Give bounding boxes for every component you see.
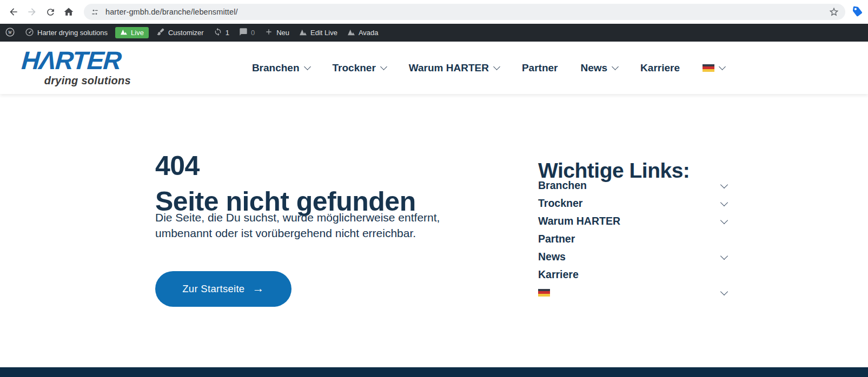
nav-label: Partner bbox=[522, 62, 558, 74]
nav-item-trockner[interactable]: Trockner bbox=[333, 62, 386, 74]
new-content-menu[interactable]: Neu bbox=[260, 24, 294, 42]
nav-item-language[interactable] bbox=[703, 64, 725, 72]
comment-bubble-icon bbox=[239, 28, 248, 38]
link-label: Trockner bbox=[538, 197, 582, 210]
edit-live-menu[interactable]: Edit Live bbox=[294, 24, 342, 42]
site-name-label: Harter drying solutions bbox=[37, 29, 108, 37]
nav-label: Trockner bbox=[333, 62, 376, 74]
bookmark-star-icon[interactable] bbox=[829, 6, 839, 17]
updates-menu[interactable]: 1 bbox=[209, 24, 234, 42]
main-nav: Branchen Trockner Warum HARTER Partner N… bbox=[252, 42, 725, 94]
nav-item-karriere[interactable]: Karriere bbox=[640, 62, 680, 74]
link-trockner[interactable]: Trockner bbox=[538, 194, 727, 212]
nav-item-partner[interactable]: Partner bbox=[522, 62, 558, 74]
chevron-down-icon[interactable] bbox=[720, 198, 728, 206]
forward-button[interactable] bbox=[23, 3, 41, 21]
link-label: News bbox=[538, 251, 566, 263]
cta-label: Zur Startseite bbox=[182, 283, 244, 295]
nav-item-news[interactable]: News bbox=[580, 62, 618, 74]
chevron-down-icon[interactable] bbox=[720, 216, 728, 224]
link-warum-harter[interactable]: Warum HARTER bbox=[538, 212, 727, 230]
nav-item-warum-harter[interactable]: Warum HARTER bbox=[409, 62, 499, 74]
edit-live-label: Edit Live bbox=[310, 29, 337, 37]
error-code: 404 bbox=[155, 148, 416, 184]
link-news[interactable]: News bbox=[538, 248, 727, 266]
avada-live-badge[interactable]: Live bbox=[115, 27, 149, 38]
home-icon bbox=[63, 6, 74, 17]
live-label: Live bbox=[131, 29, 144, 37]
avada-mountain-icon bbox=[347, 29, 355, 37]
wp-admin-bar: W Harter drying solutions Live Customize… bbox=[0, 24, 868, 42]
arrow-right-icon: → bbox=[252, 282, 264, 294]
site-info-tune-icon[interactable] bbox=[90, 8, 100, 17]
footer-bar bbox=[0, 367, 868, 377]
reload-icon bbox=[45, 7, 56, 17]
zur-startseite-button[interactable]: Zur Startseite → bbox=[155, 271, 291, 307]
site-header: HΛRTER drying solutions Branchen Trockne… bbox=[0, 42, 868, 94]
customizer-label: Customizer bbox=[168, 29, 204, 37]
plus-icon bbox=[264, 28, 273, 38]
german-flag-icon bbox=[538, 289, 550, 297]
customizer-menu[interactable]: Customizer bbox=[151, 24, 209, 42]
url-text[interactable]: harter-gmbh.de/branche/lebensmittel/ bbox=[105, 8, 238, 16]
new-label: Neu bbox=[276, 29, 289, 37]
wordpress-logo-icon: W bbox=[5, 27, 15, 39]
chevron-down-icon bbox=[493, 63, 500, 70]
url-bar[interactable]: harter-gmbh.de/branche/lebensmittel/ bbox=[84, 4, 845, 20]
harter-logo[interactable]: HΛRTER drying solutions bbox=[22, 48, 131, 87]
german-flag-icon bbox=[703, 64, 714, 72]
chevron-down-icon[interactable] bbox=[720, 252, 728, 259]
link-label: Karriere bbox=[538, 268, 579, 281]
back-arrow-icon bbox=[8, 6, 19, 17]
avada-label: Avada bbox=[359, 29, 379, 37]
logo-tagline: drying solutions bbox=[22, 75, 131, 87]
comments-count: 0 bbox=[251, 29, 255, 37]
nav-label: Warum HARTER bbox=[409, 62, 489, 74]
avada-mountain-icon bbox=[120, 29, 128, 37]
error-heading: 404 Seite nicht gefunden bbox=[155, 148, 416, 219]
home-button-browser[interactable] bbox=[59, 3, 78, 21]
tag-extension-icon[interactable] bbox=[852, 6, 863, 17]
avada-menu[interactable]: Avada bbox=[342, 24, 383, 42]
chevron-down-icon bbox=[612, 63, 619, 70]
reload-button[interactable] bbox=[41, 3, 59, 21]
nav-label: Karriere bbox=[640, 62, 680, 74]
link-label: Warum HARTER bbox=[538, 215, 620, 227]
chevron-down-icon[interactable] bbox=[720, 287, 728, 295]
forward-arrow-icon bbox=[26, 6, 37, 17]
nav-label: Branchen bbox=[252, 62, 300, 74]
nav-item-branchen[interactable]: Branchen bbox=[252, 62, 310, 74]
chevron-down-icon[interactable] bbox=[720, 180, 728, 188]
link-label: Branchen bbox=[538, 179, 587, 192]
link-language[interactable] bbox=[538, 284, 727, 301]
link-karriere[interactable]: Karriere bbox=[538, 266, 727, 284]
logo-wordmark: HΛRTER bbox=[21, 48, 131, 73]
back-button[interactable] bbox=[4, 3, 23, 21]
error-description: Die Seite, die Du suchst, wurde mögliche… bbox=[155, 210, 472, 241]
nav-label: News bbox=[580, 62, 607, 74]
browser-toolbar: harter-gmbh.de/branche/lebensmittel/ bbox=[0, 0, 868, 24]
chevron-down-icon bbox=[380, 63, 387, 70]
updates-count: 1 bbox=[226, 29, 229, 37]
comments-menu[interactable]: 0 bbox=[234, 24, 260, 42]
avada-mountain-icon bbox=[299, 29, 307, 37]
important-links-list: Branchen Trockner Warum HARTER Partner N… bbox=[538, 177, 727, 301]
chevron-down-icon bbox=[304, 63, 311, 70]
gauge-icon bbox=[25, 28, 34, 38]
wp-logo-menu[interactable]: W bbox=[0, 24, 20, 42]
site-name-menu[interactable]: Harter drying solutions bbox=[20, 24, 112, 42]
link-label: Partner bbox=[538, 233, 575, 245]
link-partner[interactable]: Partner bbox=[538, 230, 727, 248]
brush-icon bbox=[156, 28, 165, 38]
svg-text:W: W bbox=[8, 30, 12, 35]
chevron-down-icon bbox=[719, 63, 726, 70]
link-branchen[interactable]: Branchen bbox=[538, 177, 727, 194]
update-arrows-icon bbox=[214, 28, 222, 38]
